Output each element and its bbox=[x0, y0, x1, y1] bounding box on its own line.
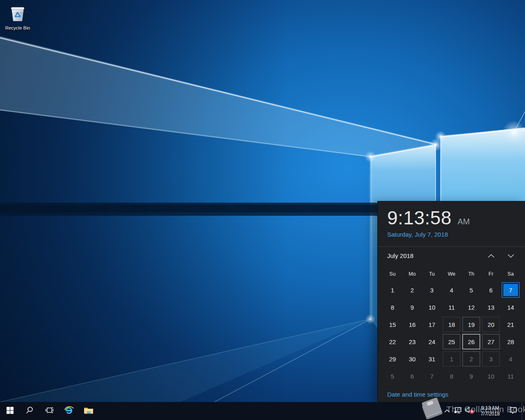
calendar-day[interactable]: 6 bbox=[403, 368, 421, 384]
calendar-day[interactable]: 31 bbox=[423, 351, 441, 367]
file-explorer-button[interactable] bbox=[79, 402, 98, 420]
calendar-day-header: Tu bbox=[422, 269, 442, 278]
clock-flyout: 9:13:58 AM Saturday, July 7, 2018 July 2… bbox=[377, 201, 525, 402]
flyout-date-link[interactable]: Saturday, July 7, 2018 bbox=[387, 231, 448, 238]
internet-explorer-button[interactable] bbox=[59, 402, 79, 420]
calendar-day[interactable]: 16 bbox=[403, 317, 421, 332]
calendar-day[interactable]: 23 bbox=[403, 334, 421, 349]
search-button[interactable] bbox=[20, 402, 39, 420]
calendar-day[interactable]: 8 bbox=[383, 299, 402, 315]
calendar-day[interactable]: 30 bbox=[403, 351, 421, 367]
show-desktop-button[interactable] bbox=[522, 402, 524, 420]
calendar-day[interactable]: 9 bbox=[403, 299, 421, 315]
date-time-settings-link[interactable]: Date and time settings bbox=[387, 391, 448, 398]
calendar-day[interactable]: 15 bbox=[383, 317, 402, 332]
calendar-day[interactable]: 5 bbox=[462, 282, 480, 298]
calendar-day[interactable]: 3 bbox=[482, 351, 500, 367]
calendar-next-button[interactable] bbox=[504, 250, 517, 262]
taskbar: 9:13 AM 7/7/2018 bbox=[0, 402, 525, 420]
volume-button[interactable] bbox=[463, 402, 476, 420]
calendar-day[interactable]: 27 bbox=[482, 334, 500, 349]
system-tray: 9:13 AM 7/7/2018 bbox=[442, 402, 524, 420]
internet-explorer-icon bbox=[64, 405, 74, 417]
calendar-day-header: Sa bbox=[501, 269, 520, 278]
calendar-day[interactable]: 24 bbox=[423, 334, 441, 349]
calendar-day[interactable]: 3 bbox=[423, 282, 441, 298]
calendar-day[interactable]: 10 bbox=[482, 368, 500, 384]
calendar-day[interactable]: 28 bbox=[502, 334, 520, 349]
recycle-bin-icon bbox=[8, 17, 27, 24]
chevron-up-icon bbox=[488, 252, 495, 260]
flyout-divider bbox=[378, 247, 525, 247]
calendar-day[interactable]: 2 bbox=[462, 351, 480, 367]
tray-time: 9:13 AM bbox=[476, 405, 504, 411]
search-icon bbox=[25, 406, 34, 416]
calendar-day[interactable]: 9 bbox=[462, 368, 480, 384]
calendar-day[interactable]: 2 bbox=[403, 282, 421, 298]
calendar-day[interactable]: 10 bbox=[423, 299, 441, 315]
calendar-day-header: Th bbox=[461, 269, 481, 278]
ethernet-network-icon bbox=[454, 407, 462, 415]
calendar-day[interactable]: 11 bbox=[443, 299, 461, 315]
calendar-day[interactable]: 19 bbox=[462, 317, 480, 332]
calendar-day-header: Su bbox=[383, 269, 402, 278]
calendar-day[interactable]: 29 bbox=[383, 351, 402, 367]
action-center-icon bbox=[509, 406, 517, 416]
hidden-icons-button[interactable] bbox=[442, 402, 452, 420]
calendar-prev-button[interactable] bbox=[485, 250, 497, 262]
calendar-day[interactable]: 1 bbox=[443, 351, 461, 367]
chevron-up-icon bbox=[444, 407, 450, 415]
calendar-day-headers: SuMoTuWeThFrSa bbox=[383, 269, 520, 278]
chevron-down-icon bbox=[507, 252, 514, 260]
calendar-day[interactable]: 7 bbox=[502, 282, 520, 298]
time-meridiem: AM bbox=[457, 217, 470, 226]
calendar-day[interactable]: 25 bbox=[443, 334, 461, 349]
calendar-day[interactable]: 8 bbox=[443, 368, 461, 384]
flyout-time: 9:13:58 AM bbox=[387, 207, 470, 228]
calendar-day[interactable]: 26 bbox=[462, 334, 480, 349]
calendar-month-label[interactable]: July 2018 bbox=[387, 250, 413, 262]
folder-icon bbox=[84, 406, 94, 416]
task-view-button[interactable] bbox=[39, 402, 59, 420]
calendar-day-header: Mo bbox=[402, 269, 422, 278]
task-view-icon bbox=[45, 406, 54, 416]
windows-logo-icon bbox=[6, 406, 14, 416]
calendar-month-row: July 2018 bbox=[378, 250, 525, 262]
recycle-bin-label: Recycle Bin bbox=[2, 25, 34, 31]
calendar-day[interactable]: 12 bbox=[462, 299, 480, 315]
calendar-day[interactable]: 4 bbox=[443, 282, 461, 298]
speaker-muted-icon bbox=[465, 406, 475, 416]
calendar-grid: 1234567891011121314151617181920212223242… bbox=[383, 281, 520, 385]
calendar-day[interactable]: 20 bbox=[482, 317, 500, 332]
calendar-day[interactable]: 22 bbox=[383, 334, 402, 349]
time-value: 9:13:58 bbox=[387, 207, 452, 228]
calendar-day[interactable]: 7 bbox=[423, 368, 441, 384]
start-button[interactable] bbox=[0, 402, 20, 420]
calendar-day[interactable]: 17 bbox=[423, 317, 441, 332]
recycle-bin[interactable]: Recycle Bin bbox=[2, 3, 34, 31]
action-center-button[interactable] bbox=[504, 402, 522, 420]
network-button[interactable] bbox=[452, 402, 463, 420]
calendar-day[interactable]: 6 bbox=[482, 282, 500, 298]
calendar-day[interactable]: 4 bbox=[502, 351, 520, 367]
tray-clock[interactable]: 9:13 AM 7/7/2018 bbox=[476, 405, 504, 417]
calendar-day[interactable]: 21 bbox=[502, 317, 520, 332]
calendar-day[interactable]: 5 bbox=[383, 368, 402, 384]
calendar-day[interactable]: 18 bbox=[443, 317, 461, 332]
calendar-day-header: We bbox=[442, 269, 461, 278]
calendar-day-header: Fr bbox=[481, 269, 501, 278]
tray-date: 7/7/2018 bbox=[476, 411, 504, 417]
calendar-day[interactable]: 11 bbox=[502, 368, 520, 384]
taskbar-left bbox=[0, 402, 98, 420]
calendar-day[interactable]: 13 bbox=[482, 299, 500, 315]
calendar-day[interactable]: 14 bbox=[502, 299, 520, 315]
calendar-day[interactable]: 1 bbox=[383, 282, 402, 298]
